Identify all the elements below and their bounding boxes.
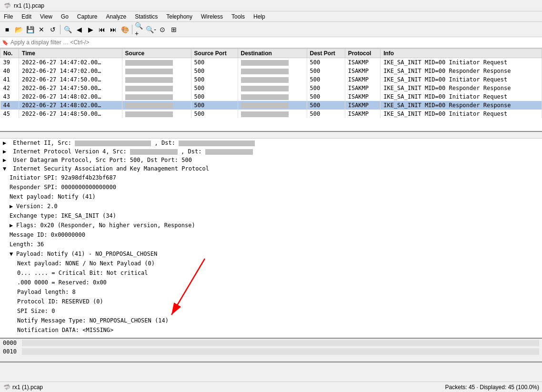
isakmp-field-flags[interactable]: ▶Flags: 0x20 (Responder, No higher versi…: [0, 221, 542, 230]
cell-srcport: 500: [191, 75, 238, 84]
col-info[interactable]: Info: [381, 49, 542, 58]
title-bar: 🦈 rx1 (1).pcap: [0, 0, 542, 11]
cell-srcport: 500: [191, 84, 238, 92]
eth-dst-label: , Dst:: [155, 140, 179, 146]
ip-section[interactable]: ▶ Internet Protocol Version 4, Src: , Ds…: [0, 147, 542, 156]
cell-time: 2022-06-27 14:48:02.00…: [19, 101, 122, 110]
reload-btn[interactable]: ↺: [48, 24, 58, 35]
notify-expand-icon: ▼: [10, 250, 16, 258]
save-btn[interactable]: 💾: [25, 24, 35, 35]
menu-statistics[interactable]: Statistics: [131, 12, 161, 20]
col-proto[interactable]: Protocol: [345, 49, 381, 58]
menu-wireless[interactable]: Wireless: [197, 12, 227, 20]
go-prev-btn[interactable]: ◀: [74, 24, 84, 35]
menu-file[interactable]: File: [0, 12, 17, 20]
cell-info: IKE_SA_INIT MID=00 Responder Response: [381, 67, 542, 75]
notify-protoid: Protocol ID: RESERVED (0): [0, 297, 542, 306]
cell-dst: [238, 92, 307, 101]
window-title: rx1 (1).pcap: [14, 2, 44, 9]
menu-capture[interactable]: Capture: [73, 12, 101, 20]
cell-dstport: 500: [307, 58, 345, 67]
isakmp-field-exchange: Exchange type: IKE_SA_INIT (34): [0, 211, 542, 221]
search-btn[interactable]: 🔍: [62, 24, 73, 35]
menu-go[interactable]: Go: [57, 12, 72, 20]
table-row[interactable]: 452022-06-27 14:48:50.00…500500ISAKMPIKE…: [0, 110, 542, 118]
zoom-in-btn[interactable]: 🔍+: [134, 24, 145, 35]
col-no[interactable]: No.: [0, 49, 19, 58]
table-row[interactable]: 432022-06-27 14:48:02.00…500500ISAKMPIKE…: [0, 92, 542, 101]
isakmp-field-version[interactable]: ▶Version: 2.0: [0, 201, 542, 211]
notify-critical: 0... .... = Critical Bit: Not critical: [0, 268, 542, 278]
menu-bar: File Edit View Go Capture Analyze Statis…: [0, 11, 542, 22]
open-btn[interactable]: 📂: [13, 24, 24, 35]
col-destport[interactable]: Dest Port: [307, 49, 345, 58]
isakmp-label: Internet Security Association and Key Ma…: [13, 165, 209, 172]
menu-analyze[interactable]: Analyze: [102, 12, 130, 20]
filter-input[interactable]: [10, 39, 540, 46]
hex-bytes-0: [22, 340, 539, 346]
cell-src: [122, 67, 191, 75]
cell-info: IKE_SA_INIT MID=00 Initiator Request: [381, 58, 542, 67]
menu-telephony[interactable]: Telephony: [162, 12, 196, 20]
filter-bar[interactable]: 🔖: [0, 37, 542, 49]
menu-help[interactable]: Help: [250, 12, 269, 20]
status-stats: Packets: 45 · Displayed: 45 (100.0%): [445, 384, 539, 391]
hex-offset-0: 0000: [3, 340, 20, 346]
cell-no: 44: [0, 101, 19, 110]
isakmp-expand-icon: ▼: [3, 165, 10, 172]
hex-row-0000: 0000: [0, 339, 542, 347]
sep2: [132, 25, 132, 34]
cell-srcport: 500: [191, 101, 238, 110]
notify-spisize: SPI Size: 0: [0, 306, 542, 316]
cell-time: 2022-06-27 14:47:02.00…: [19, 58, 122, 67]
menu-edit[interactable]: Edit: [18, 12, 35, 20]
table-row[interactable]: 392022-06-27 14:47:02.00…500500ISAKMPIKE…: [0, 58, 542, 67]
isakmp-field-msgid: Message ID: 0x00000000: [0, 230, 542, 240]
filter-icon: 🔖: [2, 40, 9, 46]
go-last-btn[interactable]: ⏭: [108, 24, 119, 35]
isakmp-field-rspi: Responder SPI: 0000000000000000: [0, 182, 542, 192]
zoom-out-btn[interactable]: 🔍-: [146, 24, 156, 35]
cell-srcport: 500: [191, 110, 238, 118]
udp-section[interactable]: ▶ User Datagram Protocol, Src Port: 500,…: [0, 156, 542, 164]
col-time[interactable]: Time: [19, 49, 122, 58]
cell-dst: [238, 75, 307, 84]
table-row[interactable]: 442022-06-27 14:48:02.00…500500ISAKMPIKE…: [0, 101, 542, 110]
resize-columns-btn[interactable]: ⊞: [169, 24, 179, 35]
shark-icon: 🦈: [4, 2, 11, 9]
udp-expand-icon: ▶: [3, 157, 10, 163]
go-first-btn[interactable]: ⏮: [97, 24, 107, 35]
sep1: [60, 25, 60, 34]
eth-section[interactable]: ▶ Ethernet II, Src: , Dst:: [0, 139, 542, 147]
cell-dst: [238, 67, 307, 75]
isakmp-section[interactable]: ▼ Internet Security Association and Key …: [0, 164, 542, 173]
go-next-btn[interactable]: ▶: [85, 24, 96, 35]
cell-info: IKE_SA_INIT MID=00 Responder Response: [381, 84, 542, 92]
menu-view[interactable]: View: [36, 12, 56, 20]
table-row[interactable]: 412022-06-27 14:47:50.00…500500ISAKMPIKE…: [0, 75, 542, 84]
cell-proto: ISAKMP: [345, 84, 381, 92]
col-dest[interactable]: Destination: [238, 49, 307, 58]
col-source[interactable]: Source: [122, 49, 191, 58]
cell-dst: [238, 101, 307, 110]
close-btn[interactable]: ✕: [36, 24, 47, 35]
table-row[interactable]: 402022-06-27 14:47:02.00…500500ISAKMPIKE…: [0, 67, 542, 75]
colorize-btn[interactable]: 🎨: [120, 24, 130, 35]
hscroll-bar[interactable]: [0, 132, 542, 139]
isakmp-notify-header[interactable]: ▼Payload: Notify (41) - NO_PROPOSAL_CHOS…: [0, 249, 542, 259]
col-srcport[interactable]: Source Port: [191, 49, 238, 58]
cell-dstport: 500: [307, 92, 345, 101]
new-capture-btn[interactable]: ■: [2, 24, 12, 35]
cell-info: IKE_SA_INIT MID=00 Initiator Request: [381, 110, 542, 118]
detail-pane[interactable]: ▶ Ethernet II, Src: , Dst: ▶ Internet Pr…: [0, 139, 542, 339]
table-row[interactable]: 422022-06-27 14:47:50.00…500500ISAKMPIKE…: [0, 84, 542, 92]
cell-dstport: 500: [307, 75, 345, 84]
cell-time: 2022-06-27 14:47:50.00…: [19, 75, 122, 84]
zoom-reset-btn[interactable]: ⊙: [157, 24, 168, 35]
status-filename: rx1 (1).pcap: [12, 384, 43, 391]
packet-list[interactable]: No. Time Source Source Port Destination …: [0, 49, 542, 132]
cell-proto: ISAKMP: [345, 75, 381, 84]
cell-proto: ISAKMP: [345, 101, 381, 110]
eth-label: Ethernet II, Src:: [13, 140, 75, 146]
menu-tools[interactable]: Tools: [228, 12, 249, 20]
